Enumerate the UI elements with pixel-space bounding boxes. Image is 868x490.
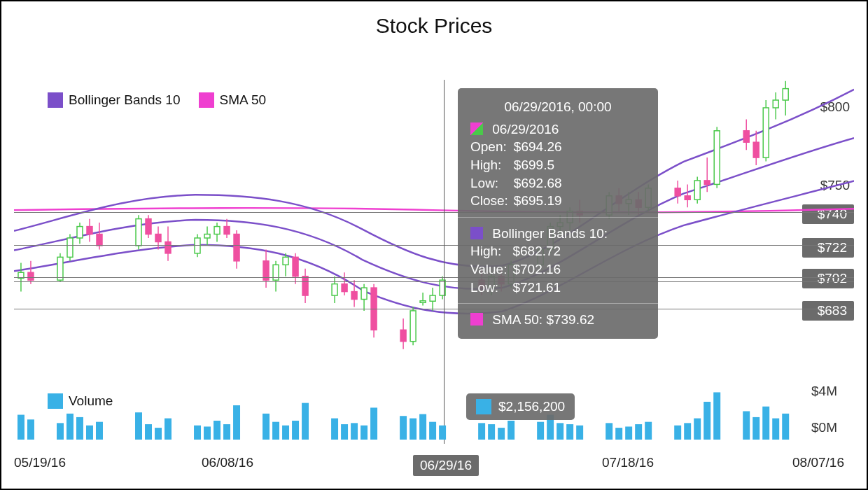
volume-bars: [18, 392, 789, 440]
tooltip-value: $692.68: [514, 174, 562, 192]
svg-rect-29: [224, 227, 230, 234]
tooltip-value: $699.5: [514, 156, 562, 174]
svg-rect-114: [76, 417, 83, 440]
svg-rect-130: [302, 403, 309, 440]
svg-rect-115: [86, 426, 93, 440]
svg-rect-133: [351, 423, 358, 440]
svg-rect-158: [704, 402, 710, 440]
svg-rect-159: [713, 392, 720, 440]
svg-rect-41: [302, 276, 308, 295]
volume-tooltip: $2,156,200: [466, 393, 575, 420]
svg-rect-109: [783, 89, 788, 100]
volume-svg: [14, 379, 854, 440]
svg-rect-154: [645, 422, 652, 440]
svg-rect-117: [135, 412, 142, 440]
svg-rect-31: [234, 234, 239, 261]
svg-rect-140: [439, 426, 446, 440]
svg-rect-113: [66, 414, 74, 440]
volume-plot[interactable]: Volume $4M $0M: [14, 379, 854, 440]
svg-rect-110: [18, 415, 24, 440]
legend-label: Volume: [69, 393, 113, 409]
svg-rect-3: [28, 272, 34, 280]
svg-rect-148: [566, 424, 573, 440]
svg-rect-121: [194, 426, 201, 440]
tooltip-header: 06/29/2016, 00:00: [470, 98, 645, 116]
svg-rect-112: [57, 423, 64, 440]
svg-rect-147: [556, 423, 564, 440]
tooltip-bb-table: High:$682.72 Value:$702.16 Low:$721.61: [470, 242, 561, 296]
svg-rect-107: [773, 100, 778, 108]
svg-rect-13: [97, 234, 102, 246]
svg-rect-103: [753, 142, 759, 158]
svg-rect-25: [204, 234, 210, 238]
svg-rect-132: [341, 424, 348, 440]
svg-rect-127: [272, 422, 279, 440]
svg-rect-156: [684, 423, 691, 440]
chart-title: Stock Prices: [1, 14, 867, 38]
square-icon: [48, 393, 63, 409]
svg-rect-139: [429, 422, 436, 440]
square-icon: [470, 227, 483, 239]
svg-rect-105: [763, 108, 769, 158]
tooltip-ohlc-table: Open:$694.26 High:$699.5 Low:$692.68 Clo…: [470, 138, 562, 210]
svg-rect-164: [782, 414, 789, 440]
square-icon: [470, 122, 483, 135]
tooltip-ohlc-date: 06/29/2016: [492, 122, 559, 136]
svg-rect-37: [283, 257, 288, 265]
svg-rect-99: [714, 131, 720, 185]
svg-rect-124: [223, 424, 230, 440]
svg-rect-153: [635, 424, 642, 440]
svg-rect-120: [164, 419, 172, 440]
svg-rect-95: [694, 181, 700, 200]
svg-rect-55: [410, 311, 416, 342]
svg-rect-43: [332, 284, 337, 295]
svg-rect-134: [360, 426, 368, 440]
x-crosshair-badge: 06/29/16: [413, 455, 479, 476]
tooltip-sma-value: $739.62: [546, 312, 594, 327]
svg-rect-129: [292, 421, 299, 440]
svg-rect-111: [27, 419, 34, 440]
svg-rect-163: [772, 419, 779, 440]
svg-rect-101: [743, 131, 749, 142]
svg-rect-157: [694, 419, 701, 440]
svg-rect-53: [400, 330, 406, 341]
svg-rect-155: [674, 426, 681, 440]
svg-rect-21: [165, 241, 171, 253]
svg-rect-59: [430, 295, 435, 301]
legend-item-volume[interactable]: Volume: [48, 393, 113, 409]
y-tick-label: $0M: [811, 420, 837, 435]
svg-rect-9: [77, 227, 83, 238]
tooltip-bb-label: Bollinger Bands 10:: [492, 226, 608, 241]
svg-rect-118: [145, 424, 152, 440]
svg-rect-138: [419, 414, 426, 440]
svg-rect-125: [233, 405, 240, 440]
svg-rect-93: [685, 196, 690, 200]
svg-rect-141: [478, 423, 485, 440]
svg-rect-57: [420, 301, 426, 303]
tooltip-value: $721.61: [512, 279, 561, 297]
svg-rect-39: [293, 257, 298, 276]
svg-rect-128: [282, 426, 289, 440]
svg-rect-116: [96, 422, 103, 440]
svg-rect-160: [743, 411, 750, 440]
svg-rect-119: [155, 428, 162, 440]
svg-rect-144: [507, 421, 514, 440]
volume-tooltip-value: $2,156,200: [498, 399, 565, 414]
svg-rect-7: [67, 238, 73, 257]
price-plot[interactable]: [14, 71, 854, 368]
svg-rect-149: [576, 426, 583, 440]
svg-rect-49: [361, 288, 367, 299]
tooltip-value: $682.72: [512, 242, 561, 260]
svg-rect-47: [351, 292, 357, 300]
square-icon: [476, 399, 491, 414]
svg-rect-151: [615, 428, 622, 440]
svg-rect-135: [370, 407, 377, 440]
tooltip-value: $695.19: [514, 192, 562, 210]
svg-rect-150: [606, 423, 612, 440]
svg-rect-97: [704, 181, 710, 184]
svg-rect-143: [498, 428, 505, 440]
y-tick-label: $4M: [811, 384, 837, 399]
x-tick-label: 06/08/16: [202, 455, 253, 470]
chart-frame: Stock Prices Bollinger Bands 10 SMA 50 $…: [0, 0, 868, 490]
x-tick-label: 07/18/16: [602, 455, 654, 470]
